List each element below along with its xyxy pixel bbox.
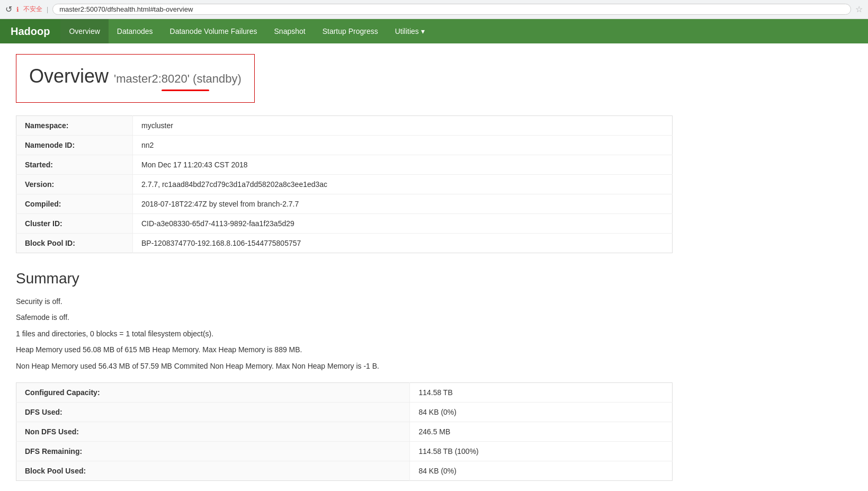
info-label: Version: xyxy=(16,175,133,194)
summary-line: Heap Memory used 56.08 MB of 615 MB Heap… xyxy=(16,344,673,355)
info-row: Block Pool ID: BP-1208374770-192.168.8.1… xyxy=(16,234,673,253)
summary-title: Summary xyxy=(16,270,673,287)
nav-item-snapshot[interactable]: Snapshot xyxy=(266,19,314,43)
navbar: Hadoop Overview Datanodes Datanode Volum… xyxy=(0,19,868,43)
info-label: Compiled: xyxy=(16,194,133,214)
overview-title: Overview 'master2:8020' (standby) xyxy=(29,65,241,87)
info-label: Started: xyxy=(16,155,133,175)
info-row: Started: Mon Dec 17 11:20:43 CST 2018 xyxy=(16,155,673,175)
stat-value: 246.5 MB xyxy=(410,422,673,441)
stat-value: 114.58 TB (100%) xyxy=(410,441,673,461)
stat-row: Non DFS Used: 246.5 MB xyxy=(16,422,673,441)
stat-row: DFS Remaining: 114.58 TB (100%) xyxy=(16,441,673,461)
stat-label: Non DFS Used: xyxy=(16,422,410,441)
info-value: CID-a3e08330-65d7-4113-9892-faa1f23a5d29 xyxy=(133,214,673,234)
info-row: Version: 2.7.7, rc1aad84bd27cd79c3d1a7dd… xyxy=(16,175,673,194)
stat-label: DFS Remaining: xyxy=(16,441,410,461)
summary-line: 1 files and directories, 0 blocks = 1 to… xyxy=(16,328,673,340)
nav-item-utilities[interactable]: Utilities ▾ xyxy=(387,19,433,43)
brand-logo[interactable]: Hadoop xyxy=(0,19,60,43)
info-value: Mon Dec 17 11:20:43 CST 2018 xyxy=(133,155,673,175)
summary-line: Safemode is off. xyxy=(16,311,673,323)
stat-value: 84 KB (0%) xyxy=(410,402,673,422)
info-row: Compiled: 2018-07-18T22:47Z by stevel fr… xyxy=(16,194,673,214)
info-row: Cluster ID: CID-a3e08330-65d7-4113-9892-… xyxy=(16,214,673,234)
bookmark-icon[interactable]: ☆ xyxy=(855,4,863,14)
stat-row: Configured Capacity: 114.58 TB xyxy=(16,382,673,402)
info-row: Namenode ID: nn2 xyxy=(16,136,673,155)
info-value: 2018-07-18T22:47Z by stevel from branch-… xyxy=(133,194,673,214)
info-value: BP-1208374770-192.168.8.106-154477580575… xyxy=(133,234,673,253)
nav-item-datanodes[interactable]: Datanodes xyxy=(109,19,162,43)
summary-lines: Security is off.Safemode is off.1 files … xyxy=(16,296,673,372)
stat-row: Block Pool Used: 84 KB (0%) xyxy=(16,461,673,480)
separator: | xyxy=(47,6,48,13)
main-content: Overview 'master2:8020' (standby) Namesp… xyxy=(0,43,688,491)
reload-icon[interactable]: ↺ xyxy=(5,4,12,14)
info-row: Namespace: mycluster xyxy=(16,116,673,136)
stat-row: DFS Used: 84 KB (0%) xyxy=(16,402,673,422)
nav-item-startup-progress[interactable]: Startup Progress xyxy=(314,19,387,43)
summary-line: Security is off. xyxy=(16,296,673,307)
nav-item-overview[interactable]: Overview xyxy=(60,19,108,43)
info-table: Namespace: mycluster Namenode ID: nn2 St… xyxy=(16,115,673,253)
url-bar[interactable]: master2:50070/dfshealth.html#tab-overvie… xyxy=(52,4,851,15)
info-label: Cluster ID: xyxy=(16,214,133,234)
squiggle-underline xyxy=(162,90,209,92)
info-label: Namenode ID: xyxy=(16,136,133,155)
browser-chrome: ↺ ℹ 不安全 | master2:50070/dfshealth.html#t… xyxy=(0,0,868,19)
info-label: Namespace: xyxy=(16,116,133,136)
summary-line: Non Heap Memory used 56.43 MB of 57.59 M… xyxy=(16,360,673,372)
security-icon: ℹ xyxy=(16,6,19,13)
info-value: 2.7.7, rc1aad84bd27cd79c3d1a7dd58202a8c3… xyxy=(133,175,673,194)
stat-value: 84 KB (0%) xyxy=(410,461,673,480)
nav-item-datanode-volume-failures[interactable]: Datanode Volume Failures xyxy=(162,19,266,43)
stat-value: 114.58 TB xyxy=(410,382,673,402)
overview-subtitle: 'master2:8020' (standby) xyxy=(114,72,241,85)
info-value: nn2 xyxy=(133,136,673,155)
stat-label: Configured Capacity: xyxy=(16,382,410,402)
overview-box: Overview 'master2:8020' (standby) xyxy=(16,54,255,103)
insecure-label: 不安全 xyxy=(23,5,42,14)
info-label: Block Pool ID: xyxy=(16,234,133,253)
stat-label: Block Pool Used: xyxy=(16,461,410,480)
overview-title-text: Overview xyxy=(29,65,109,87)
stat-label: DFS Used: xyxy=(16,402,410,422)
summary-stats-table: Configured Capacity: 114.58 TB DFS Used:… xyxy=(16,382,673,481)
info-value: mycluster xyxy=(133,116,673,136)
